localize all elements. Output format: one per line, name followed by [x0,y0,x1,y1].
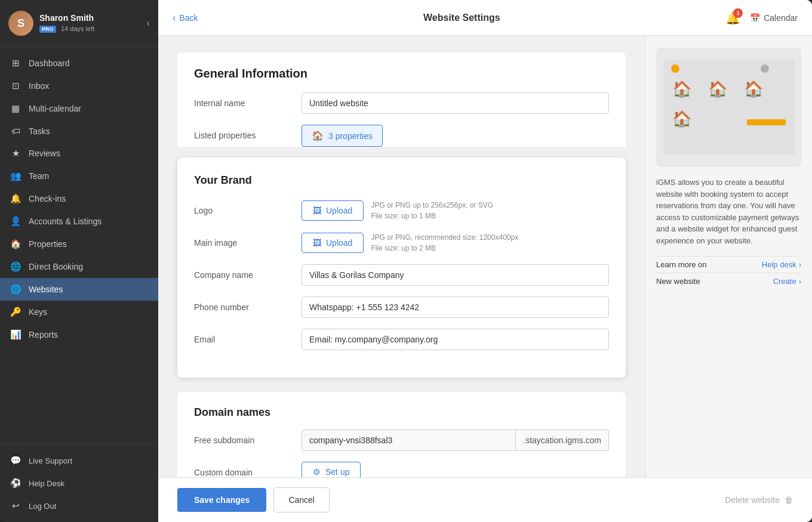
save-changes-button[interactable]: Save changes [177,488,266,512]
sidebar-item-label: Check-ins [29,194,66,203]
sidebar-item-properties[interactable]: 🏠 Properties [0,233,158,255]
custom-domain-group: Custom domain ⚙ Set up [194,462,609,477]
svg-rect-7 [747,119,786,125]
delete-label: Delete website [725,495,780,505]
sidebar-item-log-out[interactable]: ↩ Log Out [0,495,158,517]
notification-button[interactable]: 🔔 1 [725,11,740,25]
delete-website-button[interactable]: Delete website 🗑 [725,495,793,505]
right-panel: 🏠 🏠 🏠 🏠 iGMS allows you to create a beau… [645,36,812,477]
subdomain-input[interactable] [302,430,516,451]
user-badge: PRO [39,26,56,33]
setup-button[interactable]: ⚙ Set up [302,462,361,477]
sidebar-item-label: Accounts & Listings [29,217,102,226]
reviews-icon: ★ [10,148,21,159]
main-image-label: Main image [194,232,302,248]
main-image-hint: JPG or PNG, recommended size: 1200x400px… [371,232,518,254]
svg-rect-0 [663,60,795,155]
sidebar-item-label: Reports [29,330,58,339]
sidebar-item-reports[interactable]: 📊 Reports [0,323,158,346]
new-website-row: New website Create › [656,273,801,289]
sidebar-item-dashboard[interactable]: ⊞ Dashboard [0,52,158,75]
topbar: ‹ Back Website Settings 🔔 1 📅 Calendar [158,0,812,36]
main-content: ‹ Back Website Settings 🔔 1 📅 Calendar [158,0,812,522]
domain-section-title: Domain names [194,406,609,419]
free-subdomain-label: Free subdomain [194,430,302,445]
company-name-input[interactable] [302,264,609,286]
main-image-upload-label: Upload [326,238,352,248]
live-support-icon: 💬 [10,455,21,466]
logo-upload-button[interactable]: 🖼 Upload [302,200,364,221]
sidebar-item-label: Direct Booking [29,262,83,271]
sidebar-item-websites[interactable]: 🌐 Websites [0,278,158,301]
sidebar-item-tasks[interactable]: 🏷 Tasks [0,120,158,142]
preview-card: 🏠 🏠 🏠 🏠 [656,48,801,167]
notification-badge: 1 [733,8,743,18]
general-info-section: General Information Internal name Listed… [177,52,626,147]
general-info-title: General Information [194,67,609,81]
sidebar-item-label: Inbox [29,81,49,91]
setup-label: Set up [325,467,349,477]
sidebar-item-check-ins[interactable]: 🔔 Check-ins [0,187,158,210]
sidebar-item-keys[interactable]: 🔑 Keys [0,301,158,323]
calendar-icon: 📅 [750,13,760,23]
main-image-group: Main image 🖼 Upload JPG or PNG, recommen… [194,232,609,254]
house-icon: 🏠 [312,130,324,141]
email-input[interactable] [302,329,609,350]
mockup-svg: 🏠 🏠 🏠 🏠 [663,60,795,155]
accounts-icon: 👤 [10,216,21,227]
help-desk-link[interactable]: Help desk › [762,260,801,269]
sidebar-item-multi-calendar[interactable]: ▦ Multi-calendar [0,97,158,120]
user-info: Sharon Smith PRO 14 days left [39,13,147,33]
create-link[interactable]: Create › [773,277,801,286]
trash-icon: 🗑 [785,495,793,505]
company-name-group: Company name [194,264,609,286]
sidebar-item-help-desk[interactable]: ⚽ Help Desk [0,472,158,495]
sidebar-item-direct-booking[interactable]: 🌐 Direct Booking [0,255,158,278]
sidebar-item-reviews[interactable]: ★ Reviews [0,142,158,165]
sidebar-nav: ⊞ Dashboard ⊡ Inbox ▦ Multi-calendar 🏷 T… [0,47,158,444]
main-image-upload-button[interactable]: 🖼 Upload [302,233,364,253]
back-button[interactable]: ‹ Back [173,13,198,23]
direct-booking-icon: 🌐 [10,261,21,272]
preview-mockup: 🏠 🏠 🏠 🏠 [663,60,795,155]
phone-label: Phone number [194,296,302,312]
svg-point-2 [761,64,769,73]
calendar-button[interactable]: 📅 Calendar [750,13,798,23]
sidebar-item-team[interactable]: 👥 Team [0,165,158,187]
sidebar-item-label: Multi-calendar [29,104,81,113]
internal-name-group: Internal name [194,92,609,114]
tasks-icon: 🏷 [10,126,21,136]
footer-bar: Save changes Cancel Delete website 🗑 [158,477,812,522]
sidebar-item-accounts-listings[interactable]: 👤 Accounts & Listings [0,210,158,233]
listed-properties-label: Listed properties [194,125,302,140]
sidebar-item-inbox[interactable]: ⊡ Inbox [0,75,158,97]
internal-name-input[interactable] [302,92,609,114]
svg-text:🏠: 🏠 [672,109,692,128]
upload-icon: 🖼 [313,238,321,248]
phone-input[interactable] [302,296,609,318]
svg-text:🏠: 🏠 [672,79,692,98]
content-area: General Information Internal name Listed… [158,36,812,477]
custom-domain-label: Custom domain [194,462,302,477]
sidebar-item-label: Reviews [29,149,60,158]
right-description: iGMS allows you to create a beautiful we… [656,177,801,246]
topbar-title: Website Settings [207,13,716,23]
svg-point-1 [671,64,679,73]
sidebar-item-live-support[interactable]: 💬 Live Support [0,449,158,472]
svg-text:🏠: 🏠 [708,79,728,98]
checkins-icon: 🔔 [10,193,21,204]
listed-properties-group: Listed properties 🏠 3 properties [194,125,609,147]
logo-hint: JPG or PNG up to 256x256px, or SVG File … [371,200,493,221]
sidebar-bottom: 💬 Live Support ⚽ Help Desk ↩ Log Out [0,444,158,522]
listed-properties-button[interactable]: 🏠 3 properties [302,125,383,147]
sidebar-item-label: Properties [29,239,67,249]
inbox-icon: ⊡ [10,81,21,91]
collapse-button[interactable]: ‹ [147,18,150,29]
cancel-button[interactable]: Cancel [273,487,330,512]
email-group: Email [194,329,609,350]
phone-group: Phone number [194,296,609,318]
company-name-label: Company name [194,264,302,280]
keys-icon: 🔑 [10,307,21,317]
gear-icon: ⚙ [313,467,321,477]
logo-upload-label: Upload [326,206,352,215]
